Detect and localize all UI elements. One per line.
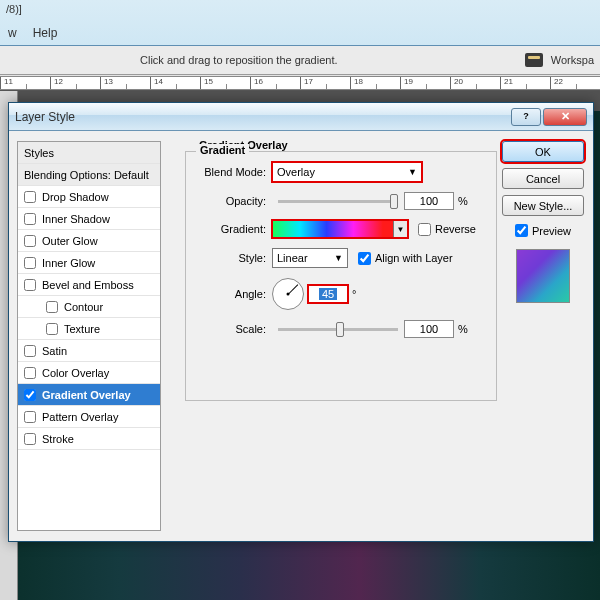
close-icon: ✕ — [561, 111, 570, 122]
style-pattern-overlay[interactable]: Pattern Overlay — [18, 406, 160, 428]
scale-slider[interactable] — [278, 328, 398, 331]
tool-hint: Click and drag to reposition the gradien… — [140, 54, 338, 66]
new-style-button[interactable]: New Style... — [502, 195, 584, 216]
options-bar: Click and drag to reposition the gradien… — [0, 46, 600, 75]
dialog-titlebar[interactable]: Layer Style ? ✕ — [9, 103, 593, 131]
help-button[interactable]: ? — [511, 108, 541, 126]
opacity-unit: % — [458, 195, 468, 207]
ruler-tick: 20 — [450, 77, 500, 89]
angle-dial[interactable] — [272, 278, 304, 310]
style-contour[interactable]: Contour — [18, 296, 160, 318]
style-inner-shadow[interactable]: Inner Shadow — [18, 208, 160, 230]
style-gradient-overlay[interactable]: Gradient Overlay — [18, 384, 160, 406]
scale-unit: % — [458, 323, 468, 335]
cancel-button[interactable]: Cancel — [502, 168, 584, 189]
style-satin[interactable]: Satin — [18, 340, 160, 362]
bridge-icon[interactable] — [525, 53, 543, 67]
menu-bar: w Help — [0, 22, 65, 44]
blend-mode-select[interactable]: Overlay ▼ — [272, 162, 422, 182]
chevron-down-icon: ▼ — [334, 253, 343, 263]
chevron-down-icon[interactable]: ▼ — [393, 221, 407, 237]
blending-options[interactable]: Blending Options: Default — [18, 164, 160, 186]
ruler: 11 12 13 14 15 16 17 18 19 20 21 22 — [0, 76, 600, 90]
gradient-overlay-panel: Gradient Overlay Gradient Blend Mode: Ov… — [171, 139, 497, 499]
ruler-tick: 21 — [500, 77, 550, 89]
preview-swatch — [516, 249, 570, 303]
angle-label: Angle: — [194, 288, 272, 300]
checkbox[interactable] — [24, 367, 36, 379]
checkbox[interactable] — [24, 345, 36, 357]
style-label: Style: — [194, 252, 272, 264]
opacity-slider[interactable] — [278, 200, 398, 203]
preview-label: Preview — [532, 225, 571, 237]
reverse-checkbox[interactable] — [418, 223, 431, 236]
layer-style-dialog: Layer Style ? ✕ Styles Blending Options:… — [8, 102, 594, 542]
ok-button[interactable]: OK — [502, 141, 584, 162]
checkbox[interactable] — [24, 213, 36, 225]
app-titlebar: /8)] w Help — [0, 0, 600, 46]
ruler-tick: 18 — [350, 77, 400, 89]
close-button[interactable]: ✕ — [543, 108, 587, 126]
checkbox[interactable] — [46, 301, 58, 313]
styles-list: Styles Blending Options: Default Drop Sh… — [17, 141, 161, 531]
preview-checkbox[interactable] — [515, 224, 528, 237]
dialog-title: Layer Style — [15, 110, 75, 124]
style-drop-shadow[interactable]: Drop Shadow — [18, 186, 160, 208]
angle-input[interactable]: 45 — [308, 285, 348, 303]
menu-item-help[interactable]: Help — [33, 26, 58, 40]
menu-item[interactable]: w — [8, 26, 17, 40]
scale-value[interactable]: 100 — [404, 320, 454, 338]
title-fragment: /8)] — [0, 1, 28, 17]
style-color-overlay[interactable]: Color Overlay — [18, 362, 160, 384]
checkbox[interactable] — [24, 235, 36, 247]
ruler-tick: 16 — [250, 77, 300, 89]
ruler-tick: 11 — [0, 77, 50, 89]
style-bevel[interactable]: Bevel and Emboss — [18, 274, 160, 296]
ruler-tick: 13 — [100, 77, 150, 89]
styles-header[interactable]: Styles — [18, 142, 160, 164]
workspace-label[interactable]: Workspa — [551, 54, 594, 66]
gradient-label: Gradient: — [194, 223, 272, 235]
style-inner-glow[interactable]: Inner Glow — [18, 252, 160, 274]
dialog-buttons: OK Cancel New Style... Preview — [501, 141, 585, 303]
ruler-tick: 19 — [400, 77, 450, 89]
ruler-tick: 15 — [200, 77, 250, 89]
style-outer-glow[interactable]: Outer Glow — [18, 230, 160, 252]
gradient-picker[interactable]: ▼ — [272, 220, 408, 238]
blend-mode-label: Blend Mode: — [194, 166, 272, 178]
angle-unit: ° — [352, 288, 356, 300]
opacity-label: Opacity: — [194, 195, 272, 207]
checkbox[interactable] — [24, 411, 36, 423]
checkbox[interactable] — [46, 323, 58, 335]
align-checkbox[interactable] — [358, 252, 371, 265]
style-texture[interactable]: Texture — [18, 318, 160, 340]
style-stroke[interactable]: Stroke — [18, 428, 160, 450]
opacity-value[interactable]: 100 — [404, 192, 454, 210]
checkbox[interactable] — [24, 279, 36, 291]
style-select[interactable]: Linear ▼ — [272, 248, 348, 268]
checkbox[interactable] — [24, 433, 36, 445]
ruler-tick: 22 — [550, 77, 600, 89]
scale-label: Scale: — [194, 323, 272, 335]
chevron-down-icon: ▼ — [408, 167, 417, 177]
ruler-tick: 14 — [150, 77, 200, 89]
checkbox[interactable] — [24, 389, 36, 401]
checkbox[interactable] — [24, 257, 36, 269]
group-title: Gradient — [196, 144, 249, 156]
ruler-tick: 17 — [300, 77, 350, 89]
checkbox[interactable] — [24, 191, 36, 203]
ruler-tick: 12 — [50, 77, 100, 89]
